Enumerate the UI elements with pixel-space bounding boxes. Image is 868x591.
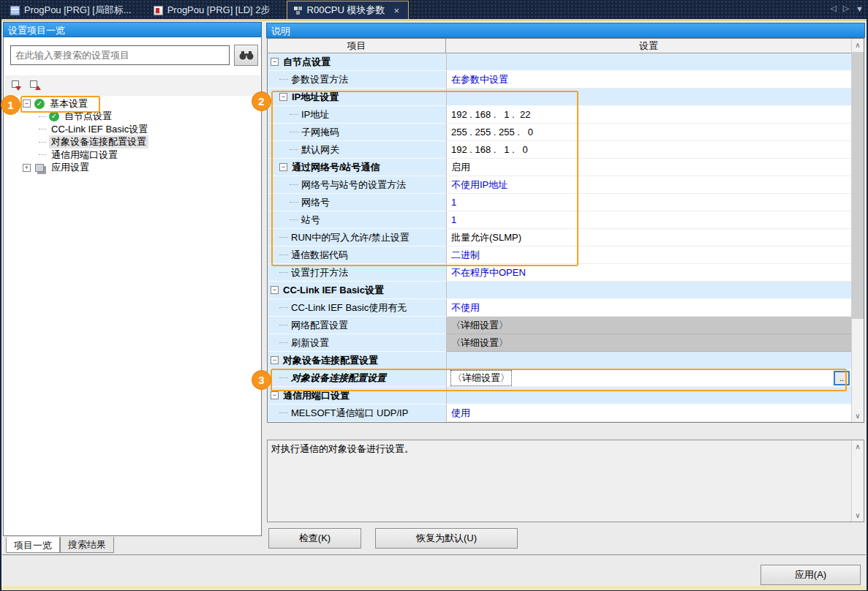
document-tab[interactable]: ProgPou [PRG] [局部标...	[4, 1, 140, 19]
table-row[interactable]: −通信用端口设置	[268, 387, 851, 404]
row-item-label: 对象设备连接配置设置	[283, 354, 378, 367]
row-value-cell[interactable]: 在参数中设置	[446, 71, 851, 89]
table-row[interactable]: 子网掩码255 . 255 . 255 . 0	[268, 124, 851, 141]
table-scrollbar[interactable]: ∧ ∨	[851, 39, 864, 422]
row-item-cell: MELSOFT通信端口 UDP/IP	[268, 404, 446, 422]
table-row[interactable]: 网络配置设置〈详细设置〉	[268, 317, 851, 334]
panel-tab-active[interactable]: 项目一览	[6, 537, 60, 553]
tree-connector	[279, 377, 288, 378]
table-row[interactable]: IP地址192 . 168 . 1 . 22	[268, 106, 851, 124]
row-item-cell: −通过网络号/站号通信	[268, 159, 446, 176]
row-value: 在参数中设置	[451, 73, 508, 86]
row-value-cell[interactable]: 1	[446, 194, 851, 211]
row-item-label: 自节点设置	[283, 56, 331, 69]
row-value-cell[interactable]: 192 . 168 . 1 . 0	[446, 141, 851, 159]
tree-connector	[279, 307, 288, 308]
prev-tab-icon[interactable]: ◁	[830, 4, 836, 13]
tree-item-label: 基本设置	[48, 97, 90, 110]
search-button[interactable]	[234, 45, 258, 66]
row-item-cell: 网络号	[268, 194, 446, 211]
row-item-cell: 站号	[268, 211, 446, 229]
row-item-cell: 网络号与站号的设置方法	[268, 176, 446, 194]
module-parameter-icon	[293, 6, 303, 15]
collapse-expander-icon[interactable]: −	[271, 58, 279, 66]
tree-item[interactable]: +应用设置	[5, 162, 260, 175]
row-item-cell: −CC-Link IEF Basic设置	[268, 282, 446, 299]
table-row[interactable]: 刷新设置〈详细设置〉	[268, 334, 851, 352]
row-value-cell[interactable]: 不在程序中OPEN	[446, 264, 851, 282]
row-value-cell[interactable]: 使用	[446, 404, 851, 422]
row-value-cell[interactable]: 批量允许(SLMP)	[446, 229, 851, 246]
tab-label: ProgPou [PRG] [LD] 2步	[167, 4, 271, 17]
row-value-cell[interactable]: 192 . 168 . 1 . 22	[446, 106, 851, 124]
table-row[interactable]: 默认网关192 . 168 . 1 . 0	[268, 141, 851, 159]
table-row[interactable]: −IP地址设置	[268, 89, 851, 106]
scrollbar-thumb[interactable]	[852, 52, 864, 319]
next-tab-icon[interactable]: ▷	[843, 4, 849, 13]
table-row[interactable]: CC-Link IEF Basic使用有无不使用	[268, 299, 851, 317]
table-row[interactable]: 站号1	[268, 211, 851, 229]
collapse-expander-icon[interactable]: −	[23, 99, 31, 108]
row-item-label: 网络号与站号的设置方法	[301, 178, 406, 192]
tree-connector	[279, 79, 288, 80]
scroll-up-icon[interactable]: ∧	[852, 440, 864, 453]
row-value: 1	[451, 197, 456, 208]
table-row[interactable]: −CC-Link IEF Basic设置	[268, 282, 851, 299]
table-row[interactable]: 对象设备连接配置设置〈详细设置〉..	[268, 369, 851, 387]
table-row[interactable]: 设置打开方法不在程序中OPEN	[268, 264, 851, 282]
row-value-cell[interactable]: 〈详细设置〉	[446, 334, 851, 352]
document-tab[interactable]: ProgPou [PRG] [LD] 2步	[148, 1, 279, 19]
tab-label: ProgPou [PRG] [局部标...	[24, 4, 132, 17]
tree-connector	[279, 413, 288, 413]
table-row[interactable]: 参数设置方法在参数中设置	[268, 71, 851, 89]
tree-item[interactable]: 对象设备连接配置设置	[5, 136, 260, 149]
row-item-cell: −通信用端口设置	[268, 387, 446, 404]
tree-item[interactable]: CC-Link IEF Basic设置	[5, 123, 260, 136]
scroll-up-icon[interactable]: ∧	[852, 39, 864, 51]
row-value-cell[interactable]: 不使用IP地址	[446, 176, 851, 194]
tree-item[interactable]: ✓自节点设置	[5, 110, 260, 124]
browse-button[interactable]: ..	[834, 371, 850, 385]
apply-button[interactable]: 应用(A)	[761, 565, 861, 585]
table-row[interactable]: −对象设备连接配置设置	[268, 352, 851, 369]
search-input[interactable]	[10, 45, 230, 65]
callout-step-1: 1	[1, 95, 20, 115]
collapse-expander-icon[interactable]: −	[271, 356, 279, 364]
row-value-cell[interactable]: 〈详细设置〉..	[446, 369, 851, 387]
close-tab-icon[interactable]: ×	[393, 5, 399, 16]
description-panel: 对执行通信的对象设备进行设置。 ∧ ∨	[267, 440, 864, 522]
table-row[interactable]: −自节点设置	[268, 53, 851, 71]
scroll-down-icon[interactable]: ∨	[852, 410, 864, 422]
expand-expander-icon[interactable]: +	[23, 164, 31, 172]
document-tab-active[interactable]: R00CPU 模块参数×	[287, 1, 410, 19]
tree-item[interactable]: 通信用端口设置	[5, 148, 260, 162]
table-row[interactable]: MELSOFT通信端口 UDP/IP使用	[268, 404, 851, 422]
row-value-cell[interactable]: 1	[446, 211, 851, 229]
description-scrollbar[interactable]: ∧ ∨	[851, 440, 864, 522]
collapse-expander-icon[interactable]: −	[279, 93, 287, 101]
tab-list-icon[interactable]: ▼	[856, 4, 864, 13]
expand-all-icon[interactable]	[30, 80, 42, 91]
tree-item[interactable]: −✓基本设置	[5, 97, 260, 110]
setting-item-list-title: 设置项目一览	[3, 22, 262, 37]
tree-connector	[279, 237, 288, 238]
check-button[interactable]: 检查(K)	[268, 528, 361, 549]
collapse-expander-icon[interactable]: −	[271, 391, 279, 399]
row-value-cell[interactable]: 不使用	[446, 299, 851, 317]
table-row[interactable]: RUN中的写入允许/禁止设置批量允许(SLMP)	[268, 229, 851, 246]
tree-connector	[39, 129, 46, 129]
collapse-expander-icon[interactable]: −	[271, 286, 279, 294]
table-row[interactable]: 网络号1	[268, 194, 851, 211]
row-value-cell[interactable]: 〈详细设置〉	[446, 317, 851, 334]
row-value-cell[interactable]: 二进制	[446, 246, 851, 264]
table-row[interactable]: 通信数据代码二进制	[268, 246, 851, 264]
panel-tab-inactive[interactable]: 搜索结果	[60, 537, 114, 553]
collapse-expander-icon[interactable]: −	[279, 163, 287, 171]
restore-default-button[interactable]: 恢复为默认(U)	[375, 528, 518, 549]
table-row[interactable]: 网络号与站号的设置方法不使用IP地址	[268, 176, 851, 194]
row-value-cell[interactable]: 启用	[446, 159, 851, 176]
table-row[interactable]: −通过网络号/站号通信启用	[268, 159, 851, 176]
row-value-cell[interactable]: 255 . 255 . 255 . 0	[446, 124, 851, 141]
scroll-down-icon[interactable]: ∨	[852, 509, 864, 522]
collapse-all-icon[interactable]	[12, 80, 24, 91]
